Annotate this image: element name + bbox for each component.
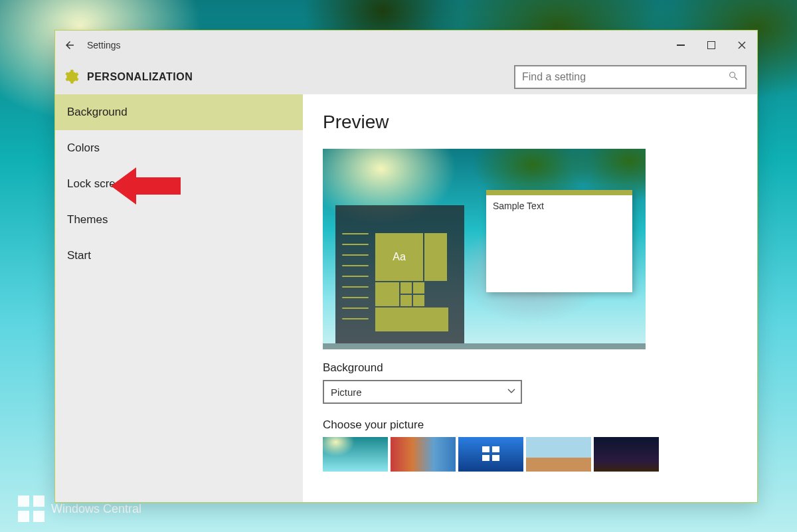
- preview-tile-big: Aa: [375, 233, 423, 281]
- preview-sample-text: Sample Text: [493, 201, 544, 211]
- sidebar-item-label: Lock screen: [67, 177, 128, 191]
- preview-tile: [413, 295, 424, 306]
- maximize-icon: [707, 41, 715, 49]
- sidebar-item-themes[interactable]: Themes: [55, 202, 303, 238]
- picture-thumbnail[interactable]: [526, 437, 591, 472]
- header-bar: PERSONALIZATION: [55, 60, 757, 94]
- windows-logo-icon: [18, 495, 44, 522]
- sidebar-item-lock-screen[interactable]: Lock screen: [55, 166, 303, 202]
- sidebar-item-start[interactable]: Start: [55, 238, 303, 274]
- close-button[interactable]: [727, 35, 757, 55]
- background-dropdown[interactable]: Picture: [323, 380, 522, 404]
- watermark-text: Windows Central: [51, 502, 141, 516]
- preview-tile: [400, 282, 412, 294]
- sidebar-item-colors[interactable]: Colors: [55, 130, 303, 166]
- maximize-button[interactable]: [696, 35, 727, 55]
- window-title: Settings: [84, 40, 121, 50]
- preview-tile: [413, 282, 424, 294]
- window-body: Background Colors Lock screen Themes Sta…: [55, 94, 757, 502]
- sidebar-item-label: Background: [67, 106, 128, 119]
- back-arrow-icon: [64, 39, 76, 51]
- sidebar-item-label: Themes: [67, 213, 108, 226]
- minimize-button[interactable]: [665, 35, 696, 55]
- preview-heading: Preview: [323, 112, 757, 133]
- svg-point-0: [730, 72, 735, 78]
- choose-picture-label: Choose your picture: [323, 418, 757, 432]
- background-label: Background: [323, 361, 757, 375]
- sidebar: Background Colors Lock screen Themes Sta…: [55, 94, 303, 502]
- close-icon: [738, 41, 746, 49]
- preview-start-rail-icon: [342, 233, 369, 335]
- back-button[interactable]: [55, 31, 84, 60]
- preview-tile: [400, 295, 412, 306]
- minimize-icon: [677, 44, 685, 46]
- picture-thumbnail[interactable]: [594, 437, 659, 472]
- background-dropdown-value: Picture: [331, 387, 362, 398]
- sidebar-item-label: Colors: [67, 141, 100, 155]
- content-pane: Preview Aa: [303, 94, 757, 502]
- sidebar-item-label: Start: [67, 249, 91, 262]
- title-bar: Settings: [55, 31, 757, 60]
- picture-thumbnail[interactable]: [458, 437, 523, 472]
- svg-line-1: [735, 77, 737, 80]
- search-icon: [728, 70, 739, 84]
- preview-start-menu: Aa: [335, 205, 464, 343]
- desktop-preview: Aa Sample Text: [323, 149, 646, 349]
- windows-logo-icon: [482, 446, 499, 461]
- category-title: PERSONALIZATION: [87, 71, 193, 83]
- picture-thumbnails: [323, 437, 757, 472]
- preview-tile: [375, 282, 399, 306]
- picture-thumbnail[interactable]: [391, 437, 456, 472]
- gear-icon: [62, 68, 80, 86]
- search-box[interactable]: [514, 65, 747, 89]
- picture-thumbnail[interactable]: [323, 437, 388, 472]
- preview-taskbar: [323, 343, 646, 349]
- settings-window: Settings PERSONALIZATION Background Colo…: [54, 30, 758, 503]
- search-input[interactable]: [522, 71, 728, 83]
- preview-sample-window: Sample Text: [486, 190, 632, 292]
- preview-tile: [375, 308, 448, 331]
- preview-tile: [424, 233, 447, 281]
- sidebar-item-background[interactable]: Background: [55, 94, 303, 130]
- preview-tile-glyph: Aa: [393, 251, 406, 263]
- chevron-down-icon: [507, 387, 515, 397]
